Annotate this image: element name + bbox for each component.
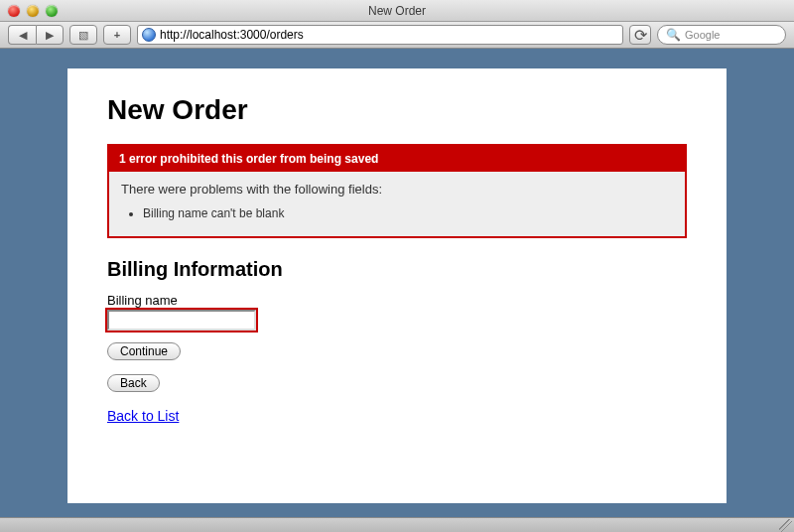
search-field[interactable]: 🔍 Google bbox=[657, 25, 786, 45]
window-statusbar bbox=[0, 517, 794, 532]
page-menu-icon: ▧ bbox=[78, 29, 88, 42]
continue-button[interactable]: Continue bbox=[107, 342, 181, 360]
error-explanation: 1 error prohibited this order from being… bbox=[107, 144, 687, 238]
error-list-item: Billing name can't be blank bbox=[143, 204, 673, 222]
billing-name-input[interactable] bbox=[107, 310, 256, 331]
triangle-left-icon: ◀ bbox=[19, 29, 27, 42]
close-window-button[interactable] bbox=[8, 5, 20, 17]
add-bookmark-button[interactable]: + bbox=[103, 25, 131, 45]
billing-name-label: Billing name bbox=[107, 293, 687, 308]
page-content: New Order 1 error prohibited this order … bbox=[67, 68, 727, 503]
triangle-right-icon: ▶ bbox=[46, 29, 54, 42]
address-url: http://localhost:3000/orders bbox=[160, 28, 304, 42]
section-heading: Billing Information bbox=[107, 258, 687, 281]
error-list: Billing name can't be blank bbox=[143, 204, 673, 222]
search-placeholder: Google bbox=[685, 29, 720, 41]
search-icon: 🔍 bbox=[666, 28, 681, 42]
forward-nav-button[interactable]: ▶ bbox=[36, 25, 64, 45]
error-header: 1 error prohibited this order from being… bbox=[109, 146, 685, 172]
nav-button-group: ◀ ▶ bbox=[8, 25, 64, 45]
reload-icon: ⟳ bbox=[634, 26, 647, 45]
reload-button[interactable]: ⟳ bbox=[629, 25, 651, 45]
site-favicon-icon bbox=[142, 28, 156, 42]
browser-toolbar: ◀ ▶ ▧ + http://localhost:3000/orders ⟳ 🔍… bbox=[0, 22, 794, 49]
browser-viewport: New Order 1 error prohibited this order … bbox=[0, 49, 794, 517]
back-to-list-link[interactable]: Back to List bbox=[107, 408, 179, 424]
window-title: New Order bbox=[0, 4, 794, 18]
error-body: There were problems with the following f… bbox=[109, 172, 685, 236]
page-title: New Order bbox=[107, 94, 687, 126]
minimize-window-button[interactable] bbox=[27, 5, 39, 17]
zoom-window-button[interactable] bbox=[46, 5, 58, 17]
back-nav-button[interactable]: ◀ bbox=[8, 25, 36, 45]
resize-handle-icon[interactable] bbox=[779, 519, 792, 532]
window-titlebar: New Order bbox=[0, 0, 794, 22]
plus-icon: + bbox=[114, 29, 120, 41]
page-menu-button[interactable]: ▧ bbox=[69, 25, 97, 45]
error-intro: There were problems with the following f… bbox=[121, 182, 673, 197]
back-button[interactable]: Back bbox=[107, 374, 160, 392]
address-bar[interactable]: http://localhost:3000/orders bbox=[137, 25, 623, 45]
